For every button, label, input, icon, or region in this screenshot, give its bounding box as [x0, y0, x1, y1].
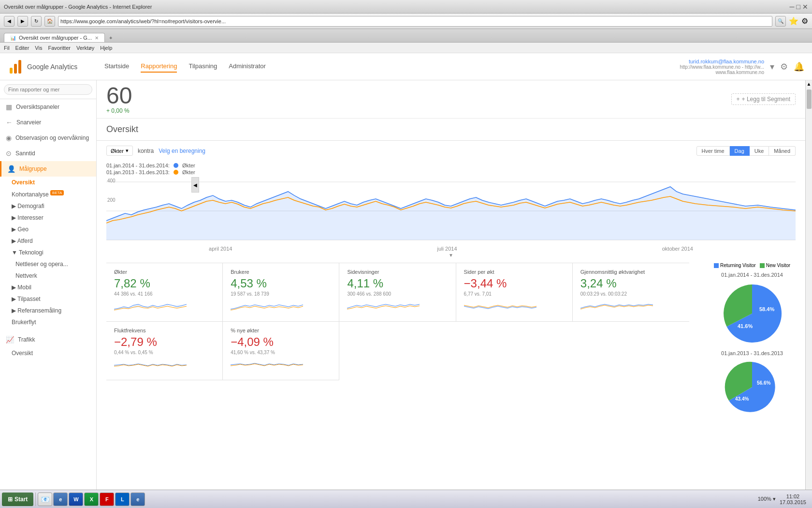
- forward-button[interactable]: ▶: [17, 16, 28, 27]
- trafikk-label[interactable]: Trafikk: [18, 336, 35, 343]
- traffic-icon: 📈: [6, 336, 14, 344]
- sidebar-sub-nettleser[interactable]: Nettleser og opera...: [0, 258, 96, 270]
- sidebar-item-snarveier[interactable]: ← Snarveier: [0, 115, 96, 130]
- sidebar-trafikk-oversikt[interactable]: Oversikt: [0, 347, 96, 359]
- browser-tab-active[interactable]: 📊 Oversikt over målgrupper - G... ✕: [4, 33, 105, 42]
- menu-view[interactable]: Vis: [35, 45, 42, 51]
- sidebar-sub-tilpasset[interactable]: ▶ Tilpasset: [0, 293, 96, 305]
- plus-icon: +: [737, 96, 740, 103]
- metric-gjennomsnittlig-comparison: 00:03:29 vs. 00:03:22: [580, 291, 682, 297]
- chart-controls: Økter ▾ kontra Velg en beregning Hver ti…: [97, 141, 805, 161]
- settings-icon[interactable]: ⚙: [780, 61, 788, 72]
- metric-sider-comparison: 6,77 vs. 7,01: [464, 291, 565, 297]
- sessions-count: 60: [106, 83, 132, 108]
- sidebar-sub-kohort-label: Kohortanalyse: [12, 191, 49, 198]
- metric-okter-value: 7,82 %: [114, 277, 215, 290]
- taskbar-outlook[interactable]: 📧: [38, 493, 52, 495]
- close-icon[interactable]: ✕: [802, 3, 808, 11]
- returning-legend-label: Returning Visitor: [720, 263, 756, 268]
- pie-2013-container: 56.6% 43.4%: [704, 358, 800, 416]
- sidebar-sub-geo[interactable]: ▶ Geo: [0, 224, 96, 235]
- kontra-text: kontra: [138, 148, 154, 154]
- sidebar-collapse-button[interactable]: ◀: [191, 177, 199, 193]
- nav-startside[interactable]: Startside: [104, 60, 129, 73]
- window-controls[interactable]: ─ □ ✕: [790, 3, 808, 11]
- menu-file[interactable]: Fil: [4, 45, 10, 51]
- time-btn-dag[interactable]: Dag: [730, 146, 750, 156]
- sidebar-sub-mobil[interactable]: ▶ Mobil: [0, 282, 96, 293]
- metric-okter-comparison: 44 386 vs. 41 166: [114, 291, 215, 297]
- search-input[interactable]: [4, 84, 92, 95]
- velg-link[interactable]: Velg en beregning: [159, 148, 205, 154]
- add-segment-button[interactable]: + + Legg til Segment: [731, 93, 796, 105]
- sidebar-sub-oversikt[interactable]: Oversikt: [0, 177, 96, 188]
- nav-rapportering[interactable]: Rapportering: [141, 60, 177, 73]
- metrics-and-pie: Økter 7,82 % 44 386 vs. 41 166 Brukere 4…: [97, 258, 805, 421]
- sidebar-item-observasjon[interactable]: ◉ Observasjon og overvåkning: [0, 130, 96, 146]
- sidebar-sub-demografi[interactable]: ▶ Demografi: [0, 200, 96, 212]
- new-legend-box: [760, 263, 765, 268]
- new-legend-label: New Visitor: [766, 263, 790, 268]
- taskbar-word[interactable]: W: [69, 493, 83, 495]
- sidebar-sub-interesser[interactable]: ▶ Interesser: [0, 212, 96, 224]
- sidebar-sub-teknologi[interactable]: ▼ Teknologi: [0, 247, 96, 258]
- restore-icon[interactable]: □: [797, 3, 800, 11]
- scroll-track[interactable]: [807, 88, 812, 487]
- taskbar-blue[interactable]: L: [115, 493, 130, 495]
- sidebar-item-oversiktspaneler[interactable]: ▦ Oversiktspaneler: [0, 99, 96, 115]
- sidebar-sub-atferd[interactable]: ▶ Atferd: [0, 235, 96, 247]
- legend-label-2014: Økter: [182, 163, 195, 168]
- sidebar-item-malgruppe[interactable]: 👤 Målgruppe: [0, 161, 96, 177]
- sidebar-sub-kohortanalyse[interactable]: Kohortanalyse BETA: [0, 188, 96, 200]
- taskbar-excel[interactable]: X: [84, 493, 99, 495]
- tools-icon[interactable]: ⚙: [801, 16, 808, 26]
- time-btn-maaned[interactable]: Måned: [769, 146, 796, 156]
- back-button[interactable]: ◀: [4, 16, 14, 27]
- dropdown-icon[interactable]: ▾: [770, 61, 774, 72]
- time-btn-uke[interactable]: Uke: [750, 146, 769, 156]
- taskbar-ie2[interactable]: e: [130, 493, 145, 495]
- scroll-thumb[interactable]: [807, 90, 812, 109]
- sidebar-sub-brukerflyt[interactable]: Brukerflyt: [0, 316, 96, 328]
- taskbar-ie[interactable]: e: [53, 493, 68, 495]
- menu-favorites[interactable]: Favoritter: [48, 45, 70, 51]
- chart-scroll-handle[interactable]: ▼: [106, 253, 796, 258]
- section-header: Oversikt: [97, 119, 805, 141]
- nav-administrator[interactable]: Administrator: [229, 60, 266, 73]
- new-tab-button[interactable]: +: [105, 33, 116, 42]
- browser-titlebar: Oversikt over målgrupper - Google Analyt…: [0, 0, 812, 14]
- metric-flukt-value: −2,79 %: [114, 335, 215, 349]
- menu-edit[interactable]: Editer: [15, 45, 29, 51]
- taskbar-filezilla[interactable]: F: [100, 493, 114, 495]
- address-bar[interactable]: https://www.google.com/analytics/web/?hl…: [58, 16, 772, 27]
- sidebar-nettleser-label: Nettleser og opera...: [15, 261, 68, 268]
- tab-close-icon[interactable]: ✕: [95, 35, 99, 41]
- app-container: Google Analytics Startside Rapportering …: [0, 53, 812, 494]
- time-btn-hvertime[interactable]: Hver time: [696, 146, 730, 156]
- favorites-icon[interactable]: ⭐: [789, 16, 798, 26]
- metrics-row-2: Fluktfrekvens −2,79 % 0,44 % vs. 0,45 % …: [106, 322, 689, 380]
- menu-tools[interactable]: Verktøy: [76, 45, 94, 51]
- scrollbar[interactable]: ▲ ▼: [805, 80, 812, 494]
- nav-tilpasning[interactable]: Tilpasning: [188, 60, 217, 73]
- sidebar-sub-nettverk[interactable]: Nettverk: [0, 270, 96, 282]
- search-button[interactable]: 🔍: [775, 16, 786, 27]
- pie-legend: Returning Visitor New Visitor: [704, 263, 800, 268]
- metric-dropdown[interactable]: Økter ▾: [106, 146, 133, 156]
- home-button[interactable]: 🏠: [44, 16, 55, 27]
- metric-brukere: Brukere 4,53 % 19 587 vs. 18 739: [223, 263, 339, 322]
- sidebar-sub-oversikt-label: Oversikt: [12, 179, 35, 186]
- notifications-icon[interactable]: 🔔: [794, 61, 804, 72]
- menu-help[interactable]: Hjelp: [100, 45, 112, 51]
- refresh-button[interactable]: ↻: [31, 16, 42, 27]
- top-nav: Google Analytics Startside Rapportering …: [0, 53, 812, 80]
- minimize-icon[interactable]: ─: [790, 3, 795, 11]
- metric-sidevisninger-sparkline: [347, 299, 448, 314]
- sidebar-item-sanntid[interactable]: ⊙ Sanntid: [0, 146, 96, 161]
- legend-label-2013: Økter: [182, 169, 195, 175]
- metric-brukere-comparison: 19 587 vs. 18 739: [231, 291, 331, 297]
- legend-row-2013: 01.jan.2013 - 31.des.2013: Økter: [106, 169, 796, 175]
- sidebar-sub-referanse[interactable]: ▶ Referansemåling: [0, 305, 96, 316]
- scroll-up-arrow[interactable]: ▲: [806, 80, 812, 88]
- start-button[interactable]: ⊞ Start: [2, 493, 33, 495]
